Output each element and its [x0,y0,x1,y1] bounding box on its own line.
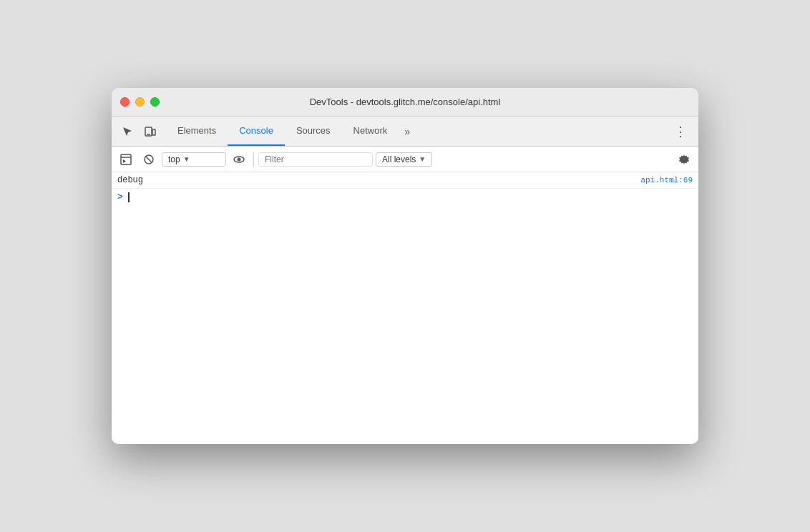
tab-elements[interactable]: Elements [166,117,228,146]
svg-marker-5 [123,159,126,163]
tab-console[interactable]: Console [228,117,285,146]
more-options-button[interactable]: ⋮ [668,124,693,139]
tab-sources[interactable]: Sources [285,117,342,146]
console-prompt: > [117,192,123,202]
filter-input[interactable] [258,152,373,167]
divider [253,152,254,167]
minimize-button[interactable] [135,97,145,107]
log-levels-select[interactable]: All levels ▼ [376,152,432,167]
clear-console-icon[interactable] [139,149,159,169]
window-title: DevTools - devtools.glitch.me/console/ap… [310,97,501,107]
console-toolbar: top ▼ All levels ▼ [112,147,698,172]
svg-rect-3 [121,154,131,164]
live-expressions-icon[interactable] [229,149,249,169]
console-log-text: debug [117,175,143,185]
console-input-row: > [112,189,698,205]
close-button[interactable] [120,97,130,107]
console-log-row: debug api.html:69 [112,172,698,189]
console-cursor [128,192,130,202]
tabs-overflow-button[interactable]: » [399,117,416,146]
show-console-icon[interactable] [116,149,136,169]
maximize-button[interactable] [150,97,160,107]
svg-line-7 [146,157,152,162]
context-select[interactable]: top ▼ [162,152,226,167]
svg-point-9 [238,157,241,161]
tab-bar: Elements Console Sources Network » [166,117,668,146]
device-toolbar-icon[interactable] [140,122,160,142]
console-output: debug api.html:69 > [112,172,698,444]
toolbar-actions [117,122,160,142]
main-toolbar: Elements Console Sources Network » ⋮ [112,117,698,147]
tab-network[interactable]: Network [342,117,399,146]
titlebar: DevTools - devtools.glitch.me/console/ap… [112,88,698,117]
settings-icon[interactable] [674,149,694,169]
svg-rect-1 [152,129,155,135]
console-log-source[interactable]: api.html:69 [640,176,693,184]
traffic-lights [120,97,160,107]
devtools-window: DevTools - devtools.glitch.me/console/ap… [112,88,698,444]
inspect-element-icon[interactable] [117,122,137,142]
